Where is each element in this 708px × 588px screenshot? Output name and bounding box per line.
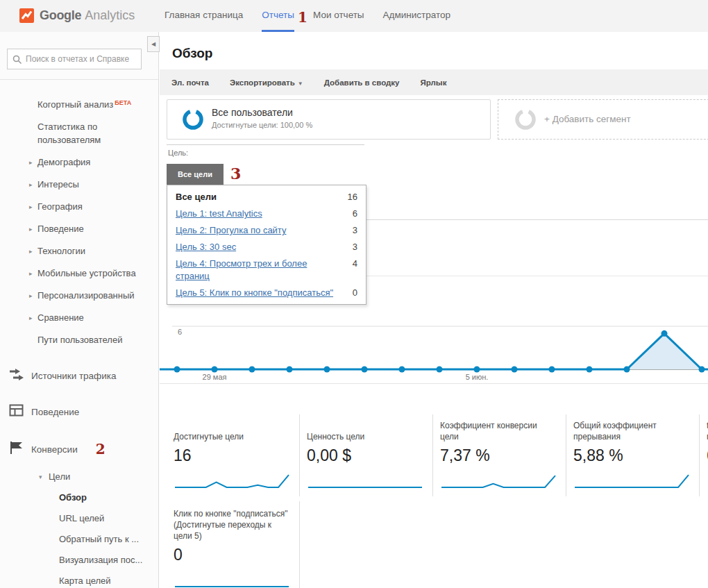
metric-value: 5,88 % — [573, 446, 691, 465]
add-segment-card[interactable]: + Добавить сегмент — [498, 99, 708, 140]
google-analytics-app: Google Analytics Главная страницаОтчетыМ… — [0, 0, 708, 588]
sidebar-item-4[interactable]: ▸Интересы — [0, 178, 158, 191]
sidebar-item-label: Сравнение — [37, 312, 84, 323]
chevron-right-icon: ▸ — [29, 312, 33, 325]
toolbar-item-2[interactable]: Экспортировать▼ — [230, 78, 303, 87]
sidebar-item-15[interactable]: ▾Цели — [0, 470, 158, 483]
sidebar-item-1[interactable]: Когортный анализБЕТА — [0, 96, 158, 111]
metric-card-5[interactable]: test Analytics (Достигнутые переходы к ц… — [700, 414, 708, 496]
sidebar-item-2[interactable]: Статистика по пользователям — [0, 120, 158, 146]
goal-count: 3 — [353, 241, 357, 253]
sidebar-item-18[interactable]: Обратный путь к ... — [0, 532, 158, 546]
sidebar-item-19[interactable]: Визуализация пос... — [0, 553, 158, 566]
sidebar-item-5[interactable]: ▸География — [0, 200, 158, 213]
chart-data-point[interactable] — [287, 367, 293, 373]
goal-link[interactable]: Цель 1: test Analytics — [176, 208, 262, 220]
sidebar-item-14[interactable]: Конверсии2 — [0, 442, 158, 456]
chart-data-point[interactable] — [437, 367, 443, 373]
sidebar-nav: Когортный анализБЕТАСтатистика по пользо… — [0, 87, 158, 587]
chart-data-point[interactable] — [324, 367, 330, 373]
sidebar-item-label: Поведение — [37, 224, 84, 234]
behavior-icon — [9, 404, 24, 421]
sidebar-item-label: Демография — [37, 157, 90, 167]
annotation-3: 3 — [230, 165, 241, 183]
goal-selector-tab[interactable]: Все цели — [167, 164, 224, 185]
nav-tab-3[interactable]: Мои отчеты — [313, 0, 364, 32]
chart-data-point[interactable] — [549, 367, 555, 373]
chevron-right-icon: ▸ — [29, 156, 33, 169]
goal-dropdown-row-1: Все цели16 — [167, 189, 366, 205]
chevron-left-icon: ◀ — [151, 41, 155, 47]
goal-dropdown-row-2: Цель 1: test Analytics6 — [167, 205, 366, 222]
goal-label: Цель: — [168, 149, 188, 157]
chevron-right-icon: ▸ — [29, 201, 33, 214]
metric-card-1[interactable]: Клик по кнопке "подписаться" (Достигнуты… — [167, 501, 300, 588]
nav-tab-4[interactable]: Администратор — [383, 0, 450, 32]
top-nav: Главная страницаОтчетыМои отчетыАдминист… — [165, 0, 450, 32]
goal-dropdown-row-5: Цель 4: Просмотр трех и более страниц4 — [167, 255, 366, 285]
goal-link[interactable]: Цель 5: Клик по кнопке "подписаться" — [176, 287, 333, 299]
nav-tab-1[interactable]: Главная страница — [165, 0, 243, 32]
sidebar-item-8[interactable]: ▸Мобильные устройства — [0, 267, 158, 280]
sidebar-item-7[interactable]: ▸Технологии — [0, 244, 158, 258]
chart-data-point[interactable] — [512, 367, 518, 373]
chart-data-point[interactable] — [362, 367, 368, 373]
sidebar-item-3[interactable]: ▸Демография — [0, 156, 158, 169]
sidebar-item-9[interactable]: ▸Персонализированный — [0, 289, 158, 302]
sidebar-item-10[interactable]: ▸Сравнение — [0, 311, 158, 324]
toolbar-item-3[interactable]: Добавить в сводку — [324, 78, 400, 87]
metric-sparkline — [174, 471, 290, 489]
metric-title: Общий коэффициент прерывания — [573, 419, 691, 442]
goal-link[interactable]: Цель 4: Просмотр трех и более страниц — [176, 258, 337, 283]
sidebar-item-label: Интересы — [37, 179, 79, 190]
top-header: Google Analytics Главная страницаОтчетыМ… — [0, 0, 708, 32]
metric-card-2[interactable]: Ценность цели0,00 $ — [300, 414, 433, 496]
sidebar-item-11[interactable]: Пути пользователей — [0, 333, 158, 346]
chart-data-point[interactable] — [249, 367, 255, 373]
metric-title: Коэффициент конверсии цели — [440, 419, 557, 442]
goal-count: 3 — [353, 224, 357, 237]
chart-data-point[interactable] — [661, 330, 668, 337]
sidebar-item-16[interactable]: Обзор — [0, 491, 158, 504]
segment-card-all-users[interactable]: Все пользователи Достигнутые цели: 100,0… — [167, 99, 491, 140]
sidebar-item-label: Визуализация пос... — [59, 555, 142, 565]
chart-data-point[interactable] — [474, 367, 480, 373]
toolbar-item-4[interactable]: Ярлык — [421, 78, 447, 87]
conversions-flag-icon — [9, 440, 24, 459]
nav-tab-2[interactable]: Отчеты — [262, 0, 294, 32]
chart-data-point[interactable] — [174, 367, 180, 373]
sidebar-item-label: Обзор — [59, 492, 87, 503]
goal-dropdown-header[interactable]: Все цели — [176, 191, 217, 203]
sidebar-item-17[interactable]: URL целей — [0, 512, 158, 525]
metric-card-4[interactable]: Общий коэффициент прерывания5,88 % — [566, 414, 700, 496]
chevron-right-icon: ▸ — [29, 245, 33, 258]
brand[interactable]: Google Analytics — [19, 8, 135, 23]
sidebar-item-13[interactable]: Поведение — [0, 405, 158, 419]
metric-sparkline — [440, 471, 557, 489]
sidebar-item-12[interactable]: Источники трафика — [0, 369, 158, 383]
sidebar-collapse-button[interactable]: ◀ — [147, 36, 160, 52]
sidebar-divider — [0, 79, 158, 80]
divider — [160, 383, 708, 384]
metric-card-1[interactable]: Достигнутые цели16 — [167, 414, 300, 496]
annotation-2: 2 — [96, 441, 106, 457]
metric-sparkline — [174, 570, 290, 588]
search-input[interactable] — [26, 50, 140, 68]
goal-link[interactable]: Цель 3: 30 sec — [176, 241, 236, 253]
sidebar-item-label: Карта целей — [59, 576, 111, 586]
chevron-right-icon: ▸ — [29, 289, 33, 303]
segment-detail: Достигнутые цели: 100,00 % — [212, 121, 312, 129]
metric-card-3[interactable]: Коэффициент конверсии цели7,37 % — [433, 414, 566, 496]
chevron-down-icon: ▾ — [39, 471, 42, 484]
chart-data-point[interactable] — [699, 367, 705, 373]
chart-data-point[interactable] — [587, 367, 593, 373]
sidebar-item-label: Обратный путь к ... — [59, 534, 139, 544]
chart-data-point[interactable] — [624, 367, 630, 373]
chart-data-point[interactable] — [212, 367, 218, 373]
metric-title: Клик по кнопке "подписаться" (Достигнуты… — [174, 505, 291, 541]
goal-link[interactable]: Цель 2: Прогулка по сайту — [176, 224, 286, 237]
sidebar-item-20[interactable]: Карта целей — [0, 574, 158, 587]
chart-data-point[interactable] — [399, 367, 405, 373]
sidebar-item-6[interactable]: ▸Поведение — [0, 222, 158, 235]
toolbar-item-1[interactable]: Эл. почта — [171, 78, 209, 87]
